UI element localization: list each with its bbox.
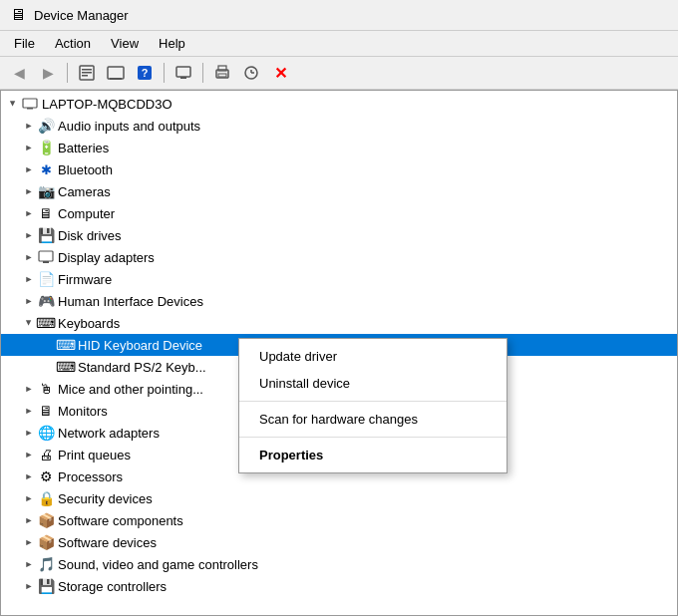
tree-security[interactable]: ► 🔒 Security devices — [1, 487, 677, 509]
mice-label: Mice and other pointing... — [58, 382, 203, 397]
ctx-update-driver[interactable]: Update driver — [239, 343, 507, 370]
menu-bar: File Action View Help — [0, 31, 678, 57]
menu-view[interactable]: View — [101, 33, 149, 54]
title-bar: 🖥 Device Manager — [0, 0, 678, 31]
svg-rect-17 — [27, 108, 33, 110]
disk-arrow: ► — [21, 227, 37, 243]
storage-arrow: ► — [21, 578, 37, 594]
forward-button[interactable]: ▶ — [35, 61, 61, 85]
tree-computer[interactable]: ► 🖥 Computer — [1, 202, 677, 224]
software-dev-arrow: ► — [21, 534, 37, 550]
software-comp-icon: 📦 — [37, 511, 55, 529]
processors-icon: ⚙ — [37, 467, 55, 485]
main-panel: ► LAPTOP-MQBCDD3O ► 🔊 Audio inputs and o… — [0, 90, 678, 616]
title-bar-text: Device Manager — [34, 8, 129, 23]
disk-icon: 💾 — [37, 226, 55, 244]
security-icon: 🔒 — [37, 489, 55, 507]
batteries-arrow: ► — [21, 140, 37, 155]
ps2-arrow — [41, 359, 57, 375]
computer-label: Computer — [58, 206, 115, 221]
sound-arrow: ► — [21, 556, 37, 572]
ps2-label: Standard PS/2 Keyb... — [78, 360, 206, 375]
keyboards-icon: ⌨ — [37, 314, 55, 332]
security-label: Security devices — [58, 491, 153, 506]
monitors-label: Monitors — [58, 404, 108, 419]
network-icon: 🌐 — [37, 424, 55, 442]
monitors-arrow: ► — [21, 403, 37, 419]
scan-button[interactable] — [238, 61, 264, 85]
security-arrow: ► — [21, 490, 37, 506]
svg-rect-5 — [110, 78, 122, 80]
toolbar: ◀ ▶ ? ✕ — [0, 57, 678, 90]
back-button[interactable]: ◀ — [6, 61, 32, 85]
context-menu: Update driver Uninstall device Scan for … — [238, 338, 508, 473]
computer-button[interactable] — [170, 61, 196, 85]
print-label: Print queues — [58, 448, 131, 462]
software-dev-icon: 📦 — [37, 533, 55, 551]
svg-rect-8 — [176, 67, 190, 77]
tree-audio[interactable]: ► 🔊 Audio inputs and outputs — [1, 115, 677, 137]
tree-software-components[interactable]: ► 📦 Software components — [1, 509, 677, 531]
print-icon: 🖨 — [37, 446, 55, 463]
ctx-scan[interactable]: Scan for hardware changes — [239, 406, 507, 433]
batteries-icon: 🔋 — [37, 139, 55, 156]
print-button[interactable] — [209, 61, 235, 85]
menu-file[interactable]: File — [4, 33, 45, 54]
network-label: Network adapters — [58, 426, 160, 441]
update-driver-button[interactable] — [103, 61, 129, 85]
svg-rect-19 — [43, 261, 49, 263]
processors-label: Processors — [58, 469, 123, 484]
processors-arrow: ► — [21, 468, 37, 484]
bluetooth-arrow: ► — [21, 161, 37, 177]
tree-cameras[interactable]: ► 📷 Cameras — [1, 180, 677, 202]
storage-icon: 💾 — [37, 577, 55, 595]
tree-keyboards[interactable]: ► ⌨ Keyboards — [1, 312, 677, 334]
disk-label: Disk drives — [58, 228, 122, 243]
audio-label: Audio inputs and outputs — [58, 119, 200, 134]
bluetooth-icon: ✱ — [37, 160, 55, 178]
svg-rect-1 — [82, 69, 92, 71]
firmware-label: Firmware — [58, 272, 112, 287]
tree-bluetooth[interactable]: ► ✱ Bluetooth — [1, 158, 677, 180]
tree-firmware[interactable]: ► 📄 Firmware — [1, 268, 677, 290]
tree-hid[interactable]: ► 🎮 Human Interface Devices — [1, 290, 677, 312]
svg-rect-2 — [82, 72, 92, 74]
menu-help[interactable]: Help — [149, 33, 195, 54]
ctx-properties[interactable]: Properties — [239, 442, 507, 468]
cameras-label: Cameras — [58, 184, 111, 199]
hid-keyboard-icon: ⌨ — [57, 336, 75, 354]
menu-action[interactable]: Action — [45, 33, 101, 54]
hid-icon: 🎮 — [37, 292, 55, 310]
cameras-icon: 📷 — [37, 182, 55, 200]
ps2-icon: ⌨ — [57, 358, 75, 376]
svg-rect-3 — [82, 75, 88, 77]
tree-sound[interactable]: ► 🎵 Sound, video and game controllers — [1, 553, 677, 575]
tree-software-devices[interactable]: ► 📦 Software devices — [1, 531, 677, 553]
ctx-uninstall[interactable]: Uninstall device — [239, 370, 507, 397]
audio-arrow: ► — [21, 118, 37, 134]
tree-batteries[interactable]: ► 🔋 Batteries — [1, 137, 677, 158]
hid-label: Human Interface Devices — [58, 294, 203, 309]
root-label: LAPTOP-MQBCDD3O — [42, 97, 172, 112]
audio-icon: 🔊 — [37, 117, 55, 135]
svg-text:?: ? — [142, 67, 149, 79]
display-label: Display adapters — [58, 250, 155, 265]
tree-display[interactable]: ► Display adapters — [1, 246, 677, 268]
computer-arrow: ► — [21, 205, 37, 221]
remove-button[interactable]: ✕ — [267, 61, 293, 85]
cameras-arrow: ► — [21, 183, 37, 199]
software-dev-label: Software devices — [58, 535, 157, 550]
help-button[interactable]: ? — [132, 61, 158, 85]
tree-disk[interactable]: ► 💾 Disk drives — [1, 224, 677, 246]
bluetooth-label: Bluetooth — [58, 162, 113, 177]
display-arrow: ► — [21, 249, 37, 265]
title-bar-icon: 🖥 — [10, 6, 26, 24]
tree-storage[interactable]: ► 💾 Storage controllers — [1, 575, 677, 597]
tree-root[interactable]: ► LAPTOP-MQBCDD3O — [1, 93, 677, 115]
ctx-sep-2 — [239, 437, 507, 438]
sound-label: Sound, video and game controllers — [58, 557, 258, 572]
hid-keyboard-arrow — [41, 337, 57, 353]
root-icon — [21, 95, 39, 113]
properties-button[interactable] — [74, 61, 100, 85]
sound-icon: 🎵 — [37, 555, 55, 573]
